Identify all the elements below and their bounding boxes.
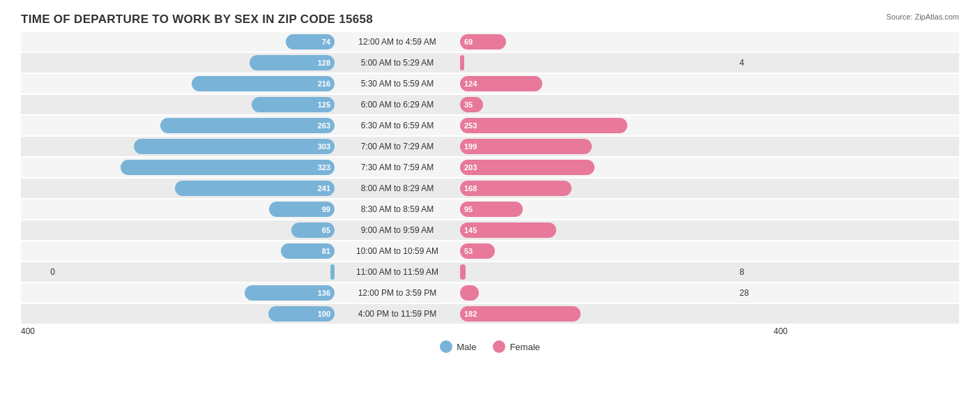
time-range-label: 12:00 AM to 4:59 AM bbox=[335, 37, 460, 47]
female-bar bbox=[460, 264, 466, 280]
male-color-dot bbox=[440, 340, 452, 353]
male-bar: 74 bbox=[286, 34, 335, 50]
legend-female: Female bbox=[493, 340, 539, 353]
male-bar: 81 bbox=[281, 243, 335, 259]
female-bar: 69 bbox=[460, 34, 506, 50]
female-bar-area: 35 bbox=[460, 97, 735, 112]
female-bar-area bbox=[460, 285, 735, 301]
male-bar-area: 125 bbox=[59, 97, 335, 112]
male-bar: 99 bbox=[269, 202, 335, 217]
male-bar-area bbox=[59, 264, 335, 280]
time-range-label: 8:30 AM to 8:59 AM bbox=[335, 204, 460, 214]
male-bar-area: 323 bbox=[59, 160, 335, 175]
female-bar bbox=[460, 55, 464, 70]
female-bar: 203 bbox=[460, 160, 595, 175]
female-bar-area: 69 bbox=[460, 34, 735, 50]
male-bar: 263 bbox=[160, 118, 335, 133]
time-range-label: 7:30 AM to 7:59 AM bbox=[335, 163, 460, 172]
chart-container: TIME OF DEPARTURE TO WORK BY SEX IN ZIP … bbox=[0, 0, 980, 415]
male-bar-area: 99 bbox=[59, 202, 335, 217]
chart-row: 7412:00 AM to 4:59 AM69 bbox=[21, 32, 959, 52]
legend-female-label: Female bbox=[510, 342, 539, 352]
chart-row: 8110:00 AM to 10:59 AM53 bbox=[21, 241, 959, 261]
male-bar: 136 bbox=[245, 285, 335, 301]
time-range-label: 5:30 AM to 5:59 AM bbox=[335, 79, 460, 89]
male-bar: 65 bbox=[291, 222, 335, 238]
female-color-dot bbox=[493, 340, 505, 353]
male-value-label: 0 bbox=[21, 267, 59, 277]
time-range-label: 11:00 AM to 11:59 AM bbox=[335, 267, 460, 277]
axis-right-label: 400 bbox=[467, 326, 788, 336]
chart-row: 1004:00 PM to 11:59 PM182 bbox=[21, 304, 959, 324]
female-bar-area: 145 bbox=[460, 222, 735, 238]
female-bar: 145 bbox=[460, 222, 556, 238]
chart-title: TIME OF DEPARTURE TO WORK BY SEX IN ZIP … bbox=[21, 13, 959, 27]
time-range-label: 12:00 PM to 3:59 PM bbox=[335, 288, 460, 298]
axis-left-label: 400 bbox=[21, 326, 342, 336]
legend-male-label: Male bbox=[457, 342, 476, 352]
male-bar-area: 65 bbox=[59, 222, 335, 238]
female-bar bbox=[460, 285, 479, 301]
chart-row: 3237:30 AM to 7:59 AM203 bbox=[21, 158, 959, 177]
time-range-label: 7:00 AM to 7:29 AM bbox=[335, 142, 460, 151]
female-bar-area bbox=[460, 264, 735, 280]
chart-row: 2418:00 AM to 8:29 AM168 bbox=[21, 179, 959, 198]
female-bar: 168 bbox=[460, 181, 572, 196]
chart-row: 2165:30 AM to 5:59 AM124 bbox=[21, 74, 959, 93]
female-bar: 95 bbox=[460, 202, 523, 217]
female-bar-area: 203 bbox=[460, 160, 735, 175]
female-bar: 253 bbox=[460, 118, 627, 133]
male-bar: 303 bbox=[134, 139, 335, 154]
time-range-label: 6:30 AM to 6:59 AM bbox=[335, 121, 460, 130]
female-bar-area: 124 bbox=[460, 76, 735, 91]
chart-row: 659:00 AM to 9:59 AM145 bbox=[21, 220, 959, 240]
time-range-label: 9:00 AM to 9:59 AM bbox=[335, 225, 460, 235]
axis-row: 400 400 bbox=[21, 326, 959, 336]
female-value-label: 28 bbox=[735, 288, 774, 298]
female-bar-area: 53 bbox=[460, 243, 735, 259]
male-bar-area: 303 bbox=[59, 139, 335, 154]
chart-row: 011:00 AM to 11:59 AM8 bbox=[21, 262, 959, 282]
male-bar-area: 241 bbox=[59, 181, 335, 196]
male-bar: 216 bbox=[192, 76, 335, 91]
time-range-label: 5:00 AM to 5:29 AM bbox=[335, 58, 460, 68]
female-bar: 182 bbox=[460, 306, 581, 322]
male-bar: 100 bbox=[268, 306, 335, 322]
male-bar-area: 74 bbox=[59, 34, 335, 50]
chart-legend: Male Female bbox=[21, 340, 959, 353]
chart-row: 3037:00 AM to 7:29 AM199 bbox=[21, 137, 959, 156]
time-range-label: 6:00 AM to 6:29 AM bbox=[335, 100, 460, 110]
bars-area: 7412:00 AM to 4:59 AM691285:00 AM to 5:2… bbox=[21, 32, 959, 324]
time-range-label: 8:00 AM to 8:29 AM bbox=[335, 183, 460, 193]
female-value-label: 4 bbox=[735, 58, 774, 68]
female-bar: 124 bbox=[460, 76, 542, 91]
female-bar-area: 168 bbox=[460, 181, 735, 196]
male-bar-area: 216 bbox=[59, 76, 335, 91]
chart-row: 13612:00 PM to 3:59 PM28 bbox=[21, 283, 959, 303]
female-bar-area bbox=[460, 55, 735, 70]
male-bar: 128 bbox=[250, 55, 335, 70]
male-bar-area: 128 bbox=[59, 55, 335, 70]
male-bar: 323 bbox=[121, 160, 335, 175]
male-bar-area: 136 bbox=[59, 285, 335, 301]
chart-row: 2636:30 AM to 6:59 AM253 bbox=[21, 116, 959, 135]
chart-row: 1256:00 AM to 6:29 AM35 bbox=[21, 95, 959, 114]
female-bar-area: 182 bbox=[460, 306, 735, 322]
female-bar: 53 bbox=[460, 243, 495, 259]
female-bar-area: 95 bbox=[460, 202, 735, 217]
male-bar: 125 bbox=[252, 97, 335, 112]
male-bar-area: 81 bbox=[59, 243, 335, 259]
chart-row: 1285:00 AM to 5:29 AM4 bbox=[21, 53, 959, 73]
source-label: Source: ZipAtlas.com bbox=[886, 13, 959, 21]
female-bar-area: 253 bbox=[460, 118, 735, 133]
female-bar-area: 199 bbox=[460, 139, 735, 154]
legend-male: Male bbox=[440, 340, 476, 353]
female-value-label: 8 bbox=[735, 267, 774, 277]
time-range-label: 10:00 AM to 10:59 AM bbox=[335, 246, 460, 256]
female-bar: 199 bbox=[460, 139, 592, 154]
female-bar: 35 bbox=[460, 97, 483, 112]
male-bar: 241 bbox=[175, 181, 335, 196]
chart-row: 998:30 AM to 8:59 AM95 bbox=[21, 199, 959, 219]
time-range-label: 4:00 PM to 11:59 PM bbox=[335, 309, 460, 319]
male-bar bbox=[330, 264, 335, 280]
